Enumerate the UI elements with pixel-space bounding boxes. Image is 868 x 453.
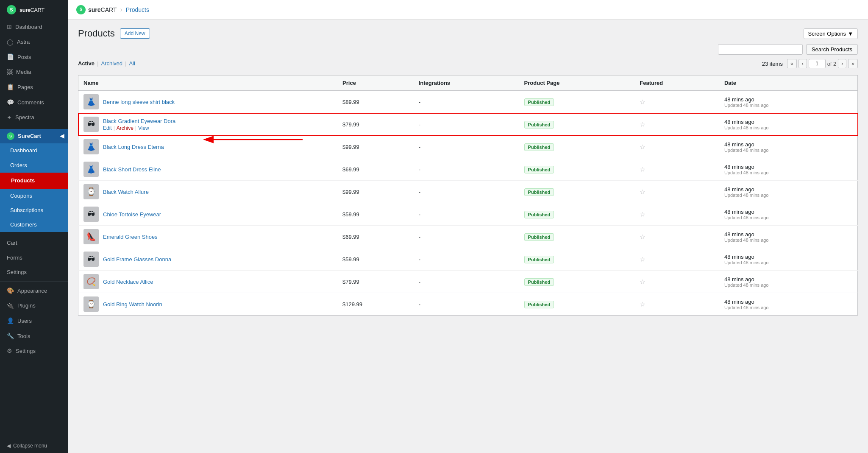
add-new-button[interactable]: Add New xyxy=(120,28,150,39)
pages-icon: 📋 xyxy=(7,83,14,92)
featured-star-icon[interactable]: ☆ xyxy=(640,211,645,218)
sidebar-item-sc-orders[interactable]: Orders xyxy=(0,158,68,173)
table-row: 👗Black Short Dress Eline$69.99-Published… xyxy=(78,158,858,181)
sidebar-item-appearance[interactable]: 🎨 Appearance xyxy=(0,283,68,299)
featured-star-icon[interactable]: ☆ xyxy=(640,301,645,308)
featured-star-icon[interactable]: ☆ xyxy=(640,166,645,173)
sidebar-item-pages[interactable]: 📋 Pages xyxy=(0,80,68,95)
sidebar-item-comments[interactable]: 💬 Comments xyxy=(0,95,68,110)
product-name-link[interactable]: Gold Frame Glasses Donna xyxy=(103,256,171,263)
status-badge: Published xyxy=(524,121,554,129)
product-name-link[interactable]: Black Gradient Eyewear Dora xyxy=(103,118,175,124)
product-archive-link[interactable]: Archive xyxy=(117,125,134,131)
collapse-menu-button[interactable]: ◀ Collapse menu xyxy=(0,439,68,453)
search-input[interactable] xyxy=(718,44,803,55)
pagination: 23 items « ‹ of 2 › » xyxy=(762,59,858,68)
table-row: ⌚Gold Ring Watch Noorin$129.99-Published… xyxy=(78,293,858,316)
product-name-link[interactable]: Gold Ring Watch Noorin xyxy=(103,301,162,308)
filter-tab-all[interactable]: All xyxy=(129,60,135,67)
table-row: 📿Gold Necklace Allice$79.99-Published☆48… xyxy=(78,271,858,293)
featured-star-icon[interactable]: ☆ xyxy=(640,256,645,263)
status-badge: Published xyxy=(524,301,554,308)
product-name-link[interactable]: Chloe Tortoise Eyewear xyxy=(103,211,161,218)
product-view-link[interactable]: View xyxy=(138,125,149,131)
status-badge: Published xyxy=(524,278,554,286)
sidebar-item-sc-subscriptions[interactable]: Subscriptions xyxy=(0,203,68,218)
astra-icon: ◯ xyxy=(7,38,14,47)
sidebar-item-astra[interactable]: ◯ Astra xyxy=(0,35,68,50)
featured-star-icon[interactable]: ☆ xyxy=(640,188,645,196)
table-row: 🕶Chloe Tortoise Eyewear$59.99-Published☆… xyxy=(78,203,858,226)
sidebar-item-sc-customers[interactable]: Customers xyxy=(0,218,68,232)
product-date: 48 mins agoUpdated 48 mins ago xyxy=(719,181,858,203)
filter-tab-archived[interactable]: Archived xyxy=(101,60,122,67)
product-page-status: Published xyxy=(519,181,635,203)
product-page-status: Published xyxy=(519,136,635,158)
product-date: 48 mins agoUpdated 48 mins ago xyxy=(719,248,858,271)
sidebar-item-surecart[interactable]: S SureCart ◀ xyxy=(0,129,68,143)
featured-star-icon[interactable]: ☆ xyxy=(640,98,645,106)
sidebar-item-settings[interactable]: ⚙ Settings xyxy=(0,344,68,359)
pagination-next-button[interactable]: › xyxy=(838,59,846,68)
sidebar-item-cart[interactable]: Cart xyxy=(0,236,68,250)
product-edit-link[interactable]: Edit xyxy=(103,125,112,131)
pagination-first-button[interactable]: « xyxy=(787,59,797,68)
product-name-link[interactable]: Black Short Dress Eline xyxy=(103,166,161,173)
product-price: $89.99 xyxy=(337,91,414,113)
status-badge: Published xyxy=(524,143,554,151)
search-area: Search Products xyxy=(78,44,858,55)
col-header-price: Price xyxy=(337,76,414,91)
featured-star-icon[interactable]: ☆ xyxy=(640,121,645,128)
pagination-page-input[interactable] xyxy=(809,59,826,68)
product-name-cell: 🕶Gold Frame Glasses Donna xyxy=(78,248,338,271)
screen-options-button[interactable]: Screen Options ▼ xyxy=(804,28,858,39)
search-products-button[interactable]: Search Products xyxy=(806,44,858,55)
sidebar-item-spectra[interactable]: ✦ Spectra xyxy=(0,110,68,126)
sidebar-item-media[interactable]: 🖼 Media xyxy=(0,65,68,80)
product-page-status: Published xyxy=(519,293,635,316)
product-thumbnail: 📿 xyxy=(83,274,99,289)
pagination-last-button[interactable]: » xyxy=(848,59,858,68)
product-thumbnail: 👗 xyxy=(83,162,99,177)
product-featured: ☆ xyxy=(634,113,719,136)
product-name-link[interactable]: Black Watch Allure xyxy=(103,189,149,195)
product-integrations: - xyxy=(414,203,519,226)
appearance-icon: 🎨 xyxy=(7,287,14,295)
featured-star-icon[interactable]: ☆ xyxy=(640,143,645,151)
product-price: $59.99 xyxy=(337,248,414,271)
col-header-integrations: Integrations xyxy=(414,76,519,91)
filter-tab-active[interactable]: Active xyxy=(78,60,95,67)
sidebar-item-sc-products[interactable]: Products xyxy=(0,173,68,189)
sidebar-item-tools[interactable]: 🔧 Tools xyxy=(0,329,68,344)
product-name-link[interactable]: Emerald Green Shoes xyxy=(103,234,158,240)
sidebar-item-forms[interactable]: Forms xyxy=(0,251,68,265)
sidebar-item-settings-sc[interactable]: Settings xyxy=(0,265,68,280)
product-price: $79.99 xyxy=(337,271,414,293)
featured-star-icon[interactable]: ☆ xyxy=(640,278,645,285)
featured-star-icon[interactable]: ☆ xyxy=(640,233,645,240)
status-badge: Published xyxy=(524,188,554,196)
pagination-prev-button[interactable]: ‹ xyxy=(798,59,807,68)
product-name-link[interactable]: Gold Necklace Allice xyxy=(103,279,153,285)
product-name-cell: 👗Black Short Dress Eline xyxy=(78,158,338,181)
product-thumbnail: 🕶 xyxy=(83,207,99,222)
product-name-link[interactable]: Black Long Dress Eterna xyxy=(103,144,164,150)
pagination-of: of 2 xyxy=(827,61,837,67)
spectra-icon: ✦ xyxy=(7,114,12,122)
products-table: Name Price Integrations Product Page Fea… xyxy=(78,75,858,316)
plugins-icon: 🔌 xyxy=(7,302,14,310)
screen-options-chevron-icon: ▼ xyxy=(848,31,853,37)
product-date: 48 mins agoUpdated 48 mins ago xyxy=(719,293,858,316)
sidebar-item-sc-coupons[interactable]: Coupons xyxy=(0,189,68,203)
sidebar-item-dashboard[interactable]: ⊞ Dashboard xyxy=(0,20,68,35)
sidebar-item-users[interactable]: 👤 Users xyxy=(0,313,68,329)
filter-tabs: Active | Archived | All xyxy=(78,60,135,67)
product-name-link[interactable]: Benne long sleeve shirt black xyxy=(103,99,175,105)
sidebar-item-posts[interactable]: 📄 Posts xyxy=(0,50,68,65)
tools-icon: 🔧 xyxy=(7,332,14,341)
breadcrumb-products: Products xyxy=(126,6,149,13)
sidebar-item-sc-dashboard[interactable]: Dashboard xyxy=(0,143,68,158)
sidebar-item-plugins[interactable]: 🔌 Plugins xyxy=(0,299,68,314)
product-date: 48 mins agoUpdated 48 mins ago xyxy=(719,271,858,293)
sidebar-logo: S sureCART xyxy=(0,0,68,20)
